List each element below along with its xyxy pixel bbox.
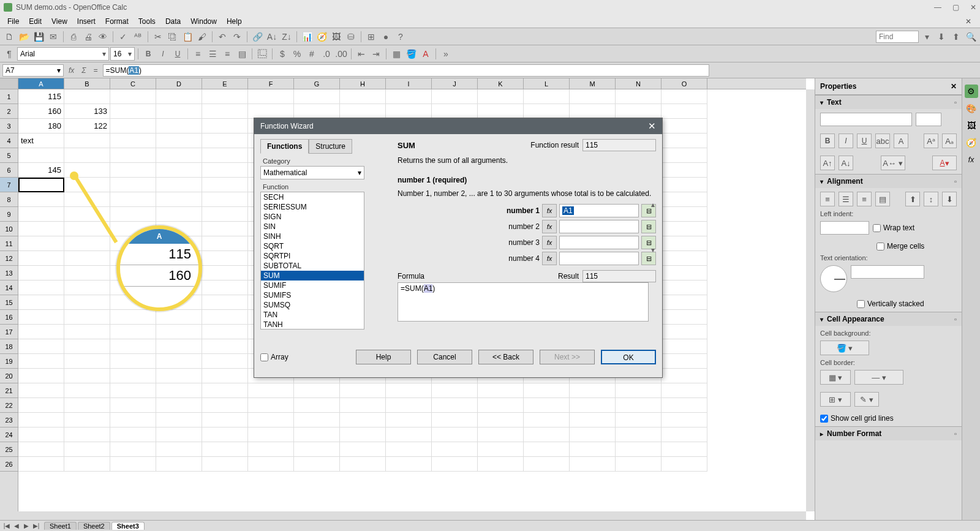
currency-icon[interactable]: $ bbox=[276, 47, 289, 61]
cell[interactable] bbox=[570, 413, 616, 427]
cell[interactable] bbox=[156, 104, 202, 119]
cell[interactable] bbox=[570, 89, 616, 104]
cell[interactable] bbox=[110, 310, 156, 325]
cell[interactable] bbox=[156, 119, 202, 134]
cell[interactable] bbox=[662, 325, 707, 339]
cell[interactable] bbox=[64, 369, 110, 383]
cell[interactable] bbox=[156, 398, 202, 413]
function-item[interactable]: SIGN bbox=[261, 212, 364, 222]
cell[interactable] bbox=[202, 104, 248, 119]
bold-icon[interactable]: B bbox=[141, 47, 155, 61]
styles-icon[interactable]: ¶ bbox=[2, 47, 16, 61]
undo-icon[interactable]: ↶ bbox=[216, 30, 229, 43]
arg-input-3[interactable] bbox=[559, 236, 639, 249]
super-btn[interactable]: Aᵃ bbox=[924, 134, 938, 148]
col-header-N[interactable]: N bbox=[616, 78, 662, 89]
cell[interactable] bbox=[18, 207, 64, 222]
cell[interactable] bbox=[478, 442, 524, 457]
arg-input-2[interactable] bbox=[559, 220, 639, 233]
cell[interactable] bbox=[662, 413, 707, 427]
cell[interactable] bbox=[18, 427, 64, 442]
col-header-M[interactable]: M bbox=[570, 78, 616, 89]
cell[interactable] bbox=[248, 383, 294, 398]
orientation-dial[interactable] bbox=[820, 265, 847, 292]
sub-btn[interactable]: Aₐ bbox=[942, 134, 957, 148]
strike-btn[interactable]: abc bbox=[875, 134, 890, 148]
cell[interactable] bbox=[18, 413, 64, 427]
sort-asc-icon[interactable]: A↓ bbox=[265, 30, 279, 43]
cell[interactable] bbox=[478, 89, 524, 104]
cell[interactable] bbox=[248, 457, 294, 472]
shrink-btn[interactable]: A↓ bbox=[839, 156, 853, 170]
left-indent-input[interactable] bbox=[820, 221, 869, 235]
arg-fx-button[interactable]: fx bbox=[542, 204, 557, 217]
row-header-7[interactable]: 7 bbox=[0, 178, 18, 192]
cell[interactable] bbox=[570, 442, 616, 457]
cell-value[interactable]: 160 bbox=[18, 104, 64, 119]
row-header-8[interactable]: 8 bbox=[0, 192, 18, 207]
cell-value[interactable]: text bbox=[18, 134, 64, 148]
cell-border-grid-btn[interactable]: ⊞ ▾ bbox=[820, 392, 851, 407]
cell[interactable] bbox=[202, 148, 248, 163]
cell[interactable] bbox=[478, 104, 524, 119]
cell[interactable] bbox=[110, 207, 156, 222]
cell[interactable] bbox=[202, 207, 248, 222]
cell[interactable] bbox=[156, 281, 202, 295]
cell-value[interactable]: 115 bbox=[18, 89, 64, 104]
sidebar-gallery-icon[interactable]: 🖼 bbox=[965, 119, 978, 132]
cell[interactable] bbox=[110, 442, 156, 457]
menu-help[interactable]: Help bbox=[222, 16, 247, 27]
col-header-G[interactable]: G bbox=[294, 78, 340, 89]
cell[interactable] bbox=[294, 427, 340, 442]
cell[interactable] bbox=[294, 457, 340, 472]
menu-format[interactable]: Format bbox=[100, 16, 134, 27]
cell[interactable] bbox=[110, 236, 156, 251]
row-header-13[interactable]: 13 bbox=[0, 266, 18, 281]
equals-icon[interactable]: = bbox=[91, 66, 100, 75]
cell[interactable] bbox=[110, 119, 156, 134]
help-button[interactable]: Help bbox=[356, 350, 411, 364]
cell[interactable] bbox=[248, 413, 294, 427]
dialog-close-icon[interactable]: ✕ bbox=[648, 121, 656, 132]
navigator-icon[interactable]: 🧭 bbox=[315, 30, 328, 43]
row-header-26[interactable]: 26 bbox=[0, 457, 18, 472]
open-icon[interactable]: 📂 bbox=[17, 30, 31, 43]
cell[interactable] bbox=[570, 383, 616, 398]
find-input[interactable] bbox=[876, 31, 919, 43]
cell-reference-box[interactable]: A7▾ bbox=[2, 64, 64, 77]
cell[interactable] bbox=[432, 427, 478, 442]
cell[interactable] bbox=[662, 148, 707, 163]
cell[interactable] bbox=[662, 457, 707, 472]
row-header-9[interactable]: 9 bbox=[0, 207, 18, 222]
menu-data[interactable]: Data bbox=[160, 16, 186, 27]
cell[interactable] bbox=[156, 134, 202, 148]
section-cell-appearance[interactable]: ▾Cell Appearance▫ bbox=[815, 312, 962, 326]
find-prev-icon[interactable]: ⬆ bbox=[949, 30, 963, 43]
cell[interactable] bbox=[662, 427, 707, 442]
formula-textarea[interactable]: =SUM(A1) bbox=[398, 282, 649, 322]
italic-btn[interactable]: I bbox=[839, 134, 853, 148]
arg-input-4[interactable] bbox=[559, 252, 639, 265]
ok-button[interactable]: OK bbox=[601, 350, 656, 364]
cell[interactable] bbox=[340, 457, 386, 472]
cell[interactable] bbox=[64, 457, 110, 472]
close-button[interactable]: ✕ bbox=[970, 3, 976, 12]
cut-icon[interactable]: ✂ bbox=[151, 30, 165, 43]
section-alignment[interactable]: ▾Alignment▫ bbox=[815, 175, 962, 188]
cell[interactable] bbox=[156, 266, 202, 281]
cell[interactable] bbox=[294, 383, 340, 398]
cell[interactable] bbox=[294, 398, 340, 413]
panel-close-icon[interactable]: ✕ bbox=[951, 82, 957, 91]
cell[interactable] bbox=[156, 427, 202, 442]
cell[interactable] bbox=[202, 442, 248, 457]
cell[interactable] bbox=[386, 427, 432, 442]
row-header-10[interactable]: 10 bbox=[0, 222, 18, 236]
cell[interactable] bbox=[18, 295, 64, 310]
cell[interactable] bbox=[18, 398, 64, 413]
cell[interactable] bbox=[662, 369, 707, 383]
cell[interactable] bbox=[478, 383, 524, 398]
arg-fx-button[interactable]: fx bbox=[542, 252, 557, 265]
col-header-K[interactable]: K bbox=[478, 78, 524, 89]
cell[interactable] bbox=[110, 427, 156, 442]
row-header-15[interactable]: 15 bbox=[0, 295, 18, 310]
